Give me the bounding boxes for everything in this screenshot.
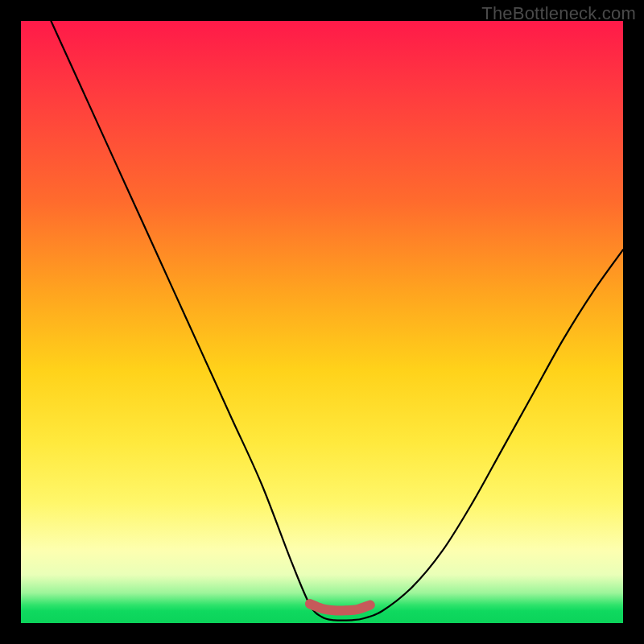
bottleneck-curve (51, 21, 623, 621)
curve-layer (21, 21, 623, 623)
chart-frame: TheBottleneck.com (0, 0, 644, 644)
plot-area (21, 21, 623, 623)
optimal-zone-marker (310, 604, 370, 610)
